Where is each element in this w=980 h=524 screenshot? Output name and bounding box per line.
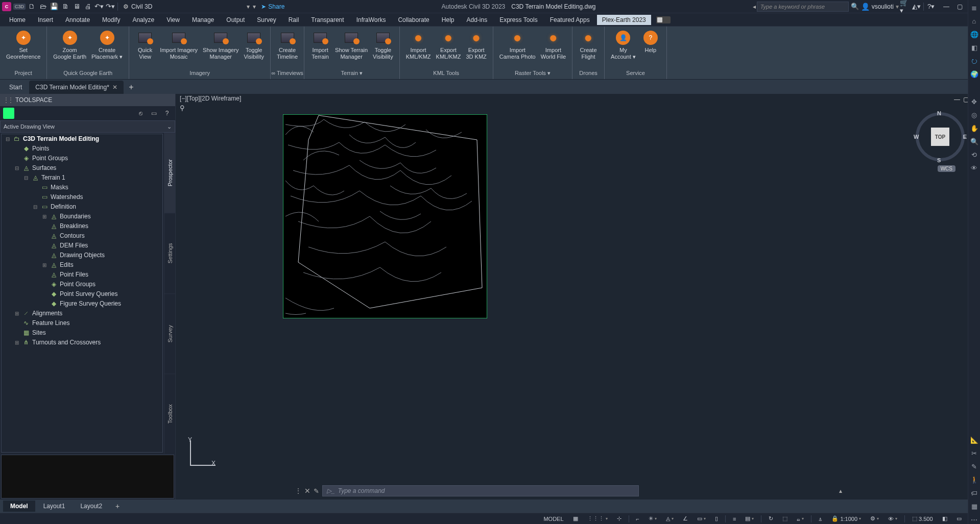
sidetab-survey[interactable]: Survey [164,293,175,373]
ribbon-import-world-file[interactable]: ●Import World File [539,29,568,61]
view-cube[interactable]: TOP N E S W [916,112,965,161]
ribbon-export-kml-kmz[interactable]: ●Export KML/KMZ [434,29,463,61]
status-cycling-icon[interactable]: ↻ [767,514,775,523]
tree-item-sites[interactable]: ▦Sites [2,328,162,338]
tree-item-breaklines[interactable]: ◬Breaklines [2,221,162,231]
status-otrack-icon[interactable]: ▭▾ [695,514,708,523]
menu-rail[interactable]: Rail [283,15,304,25]
status-scale[interactable]: 🔒 1:1000▾ [829,514,863,523]
status-3dosnap-icon[interactable]: ▯ [713,514,720,523]
status-ws-icon[interactable]: ◧ [940,514,949,523]
status-infer-icon[interactable]: ⊹ [615,514,624,523]
rt-annotate-icon[interactable]: ✎ [970,462,979,471]
status-lwt-icon[interactable]: ≡ [731,514,738,523]
status-clean-icon[interactable]: ▭ [954,514,964,523]
prospector-tree[interactable]: ⊟🗀C3D Terrain Model Editing◆Points◈Point… [1,134,163,453]
menu-infraworks[interactable]: InfraWorks [351,15,391,25]
tree-item-feature-lines[interactable]: ∿Feature Lines [2,318,162,328]
status-iso-icon[interactable]: ◬▾ [664,514,676,523]
tree-item-boundaries[interactable]: ⊞◬Boundaries [2,212,162,221]
qat-saveas-icon[interactable]: 🗎 [60,2,70,12]
tree-item-edits[interactable]: ⊞◬Edits [2,260,162,270]
workspace-dropdown[interactable]: ⚙ Civil 3D [120,1,158,12]
menu-featured-apps[interactable]: Featured Apps [545,15,595,25]
tree-item-point-survey-queries[interactable]: ◆Point Survey Queries [2,289,162,299]
menu-analyze[interactable]: Analyze [127,15,159,25]
rt-globe-icon[interactable]: 🌐 [970,30,979,39]
rt-orbit-icon[interactable]: ⭮ [970,56,979,65]
ribbon-export-3d-kmz[interactable]: ●Export 3D KMZ [464,29,488,61]
rt-wheel-icon[interactable]: ◎ [970,110,979,119]
ribbon-import-imagery-mosaic[interactable]: Import Imagery Mosaic [158,29,200,61]
preview-thumbnail[interactable] [3,108,14,119]
tree-item-point-groups[interactable]: ◈Point Groups [2,280,162,289]
status-vis-icon[interactable]: 👁▾ [886,514,899,523]
status-decimal[interactable]: ⬚ 3.500 [910,514,935,523]
menu-home[interactable]: Home [4,15,31,25]
cmd-history-icon[interactable]: ▴ [839,487,842,494]
search-input[interactable]: Type a keyword or phrase [757,2,849,12]
rt-walk-icon[interactable]: 🚶 [970,475,979,484]
tree-item-c3d-terrain-model-editing[interactable]: ⊟🗀C3D Terrain Model Editing [2,134,162,144]
active-drawing-view-dropdown[interactable]: Active Drawing View⌄ [0,120,175,133]
tree-item-turnouts-and-crossovers[interactable]: ⊞⋔Turnouts and Crossovers [2,338,162,347]
tree-item-watersheds[interactable]: ▭Watersheds [2,192,162,202]
rt-show-icon[interactable]: 👁 [970,163,979,172]
ribbon-toggle-visibility[interactable]: Toggle Visibility [371,29,395,61]
layout-tab-layout1[interactable]: Layout1 [36,501,73,512]
qat-web-icon[interactable]: 🖥 [71,2,82,12]
menu-view[interactable]: View [161,15,185,25]
tab-close-icon[interactable]: ✕ [112,84,117,91]
qat-undo-icon[interactable]: ↶▾ [94,2,104,12]
qat-save-icon[interactable]: 💾 [49,2,59,12]
rt-orbit2-icon[interactable]: ⟲ [970,150,979,159]
sidetab-toolbox[interactable]: Toolbox [164,373,175,454]
menu-annotate[interactable]: Annotate [60,15,95,25]
ribbon-create-placemark[interactable]: ✦Create Placemark ▾ [89,29,125,61]
drawing-canvas[interactable]: [−][Top][2D Wireframe] ⚲ — ▢ ✕ TOP N E S… [176,94,980,500]
cmd-menu-icon[interactable]: ⋮ [295,487,301,494]
qat-plot-icon[interactable]: 🖨 [83,2,93,12]
rt-measure-icon[interactable]: 📐 [970,435,979,444]
tree-item-alignments[interactable]: ⊞⟋Alignments [2,309,162,318]
tree-item-masks[interactable]: ▭Masks [2,183,162,192]
ribbon-show-imagery-manager[interactable]: Show Imagery Manager [201,29,241,61]
tree-item-point-files[interactable]: ◬Point Files [2,270,162,280]
sidetab-prospector[interactable]: Prospector [164,133,175,213]
rt-pan-icon[interactable]: ✋ [970,123,979,133]
cart-icon[interactable]: 🛒▾ [900,2,910,12]
qat-redo-icon[interactable]: ↷▾ [105,2,115,12]
ribbon-create-timeline[interactable]: Create Timeline [275,29,300,61]
autodesk-icon[interactable]: ◭▾ [911,2,921,12]
ribbon-import-camera-photo[interactable]: ●Import Camera Photo [497,29,538,61]
ribbon-show-terrain-manager[interactable]: Show Terrain Manager [333,29,370,61]
status-polar-icon[interactable]: ✳▾ [647,514,659,523]
status-filter-icon[interactable]: ⏛▾ [795,514,806,523]
minimize-button[interactable]: — [941,2,951,12]
layout-tab-layout2[interactable]: Layout2 [73,501,109,512]
cmd-customize-icon[interactable]: ✎ [314,487,319,495]
file-tab[interactable]: C3D Terrain Model Editing*✕ [29,81,124,94]
status-grid-icon[interactable]: ▦ [571,514,580,523]
ribbon-my-account[interactable]: 👤My Account ▾ [609,29,638,61]
share-button[interactable]: ➤Share [261,3,284,10]
menu-survey[interactable]: Survey [252,15,281,25]
tree-item-points[interactable]: ◆Points [2,144,162,154]
maximize-button[interactable]: ▢ [954,2,965,12]
toolspace-header[interactable]: ⋮⋮ TOOLSPACE [0,94,175,106]
toolspace-help-icon[interactable]: ? [162,108,172,118]
ribbon-toggle[interactable] [656,16,671,23]
menu-output[interactable]: Output [221,15,250,25]
command-input[interactable]: ▷_ Type a command [322,485,639,496]
rt-more-icon[interactable]: ⋯ [970,515,979,524]
status-ortho-icon[interactable]: ⌐ [634,514,641,523]
sidetab-settings[interactable]: Settings [164,213,175,293]
ribbon-import-kml-kmz[interactable]: ●Import KML/KMZ [404,29,433,61]
menu-manage[interactable]: Manage [187,15,219,25]
user-account[interactable]: 👤 vsoulioti ▾ [861,3,899,11]
status-3d-icon[interactable]: ⬚ [780,514,790,523]
terrain-surface[interactable] [283,114,487,318]
file-tab[interactable]: Start [3,81,28,94]
new-tab-button[interactable]: + [125,81,138,94]
status-annoscale-icon[interactable]: ⍋ [817,514,824,523]
